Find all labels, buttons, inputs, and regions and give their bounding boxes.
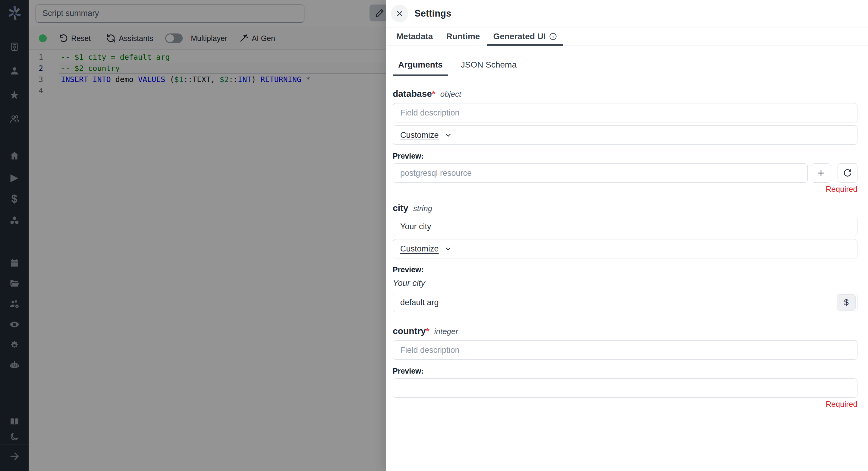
customize-box: Customize [393, 125, 858, 145]
app-root: ★ ▶$ Reset [0, 0, 868, 471]
modal-overlay[interactable] [0, 0, 386, 471]
resource-picker-input[interactable] [393, 164, 808, 183]
rotate-cw-icon [843, 169, 852, 178]
arg-section-country: country* integer Preview: Required [393, 326, 858, 409]
tab-metadata[interactable]: Metadata [390, 27, 439, 46]
tab-runtime[interactable]: Runtime [439, 27, 487, 46]
tab-generated-ui-label: Generated UI [493, 32, 546, 41]
field-description-input[interactable] [393, 103, 858, 122]
preview-label: Preview: [393, 367, 858, 375]
subtab-json-schema[interactable]: JSON Schema [456, 56, 522, 76]
field-description-input[interactable] [393, 217, 858, 236]
arg-heading: city string [393, 203, 858, 213]
arg-heading: country* integer [393, 326, 858, 336]
subtab-arguments[interactable]: Arguments [393, 56, 448, 76]
settings-tabs: Metadata Runtime Generated UI [386, 27, 868, 46]
required-hint: Required [393, 184, 858, 194]
required-asterisk: * [426, 326, 430, 336]
required-asterisk: * [432, 89, 435, 99]
arg-type: string [413, 204, 433, 213]
arg-name: city [393, 203, 408, 213]
preview-label: Preview: [393, 265, 858, 274]
country-preview-input[interactable] [393, 378, 858, 398]
customize-link[interactable]: Customize [400, 244, 439, 254]
info-icon[interactable] [549, 32, 557, 41]
chevron-down-icon[interactable] [444, 245, 452, 253]
customize-link[interactable]: Customize [400, 130, 439, 140]
default-arg-input[interactable] [393, 293, 858, 312]
drawer-header: Settings [386, 0, 868, 27]
tab-generated-ui[interactable]: Generated UI [487, 27, 564, 46]
preview-label: Preview: [393, 152, 858, 160]
settings-drawer: Settings Metadata Runtime Generated UI A… [386, 0, 868, 471]
required-hint: Required [393, 400, 858, 409]
resource-preview-row [393, 164, 858, 183]
default-arg-row: $ [393, 293, 858, 312]
plus-icon [816, 169, 826, 178]
drawer-body: Arguments JSON Schema database* object C… [386, 46, 868, 471]
drawer-title: Settings [414, 8, 451, 19]
arg-type: integer [434, 327, 458, 336]
chevron-down-icon[interactable] [444, 131, 452, 139]
customize-box: Customize [393, 239, 858, 258]
field-description-input[interactable] [393, 341, 858, 360]
add-resource-button[interactable] [811, 164, 831, 183]
arguments-subtabs: Arguments JSON Schema [393, 56, 858, 76]
arg-heading: database* object [393, 89, 858, 99]
arg-section-city: city string Customize Preview: Your city… [393, 203, 858, 312]
close-icon [396, 9, 404, 18]
close-button[interactable] [391, 5, 408, 22]
arg-section-database: database* object Customize Preview: [393, 89, 858, 194]
arg-name: country [393, 326, 426, 336]
preview-description: Your city [393, 278, 858, 288]
arg-name: database [393, 89, 432, 99]
refresh-resource-button[interactable] [838, 164, 858, 183]
insert-variable-button[interactable]: $ [837, 294, 856, 311]
arg-type: object [440, 90, 461, 99]
